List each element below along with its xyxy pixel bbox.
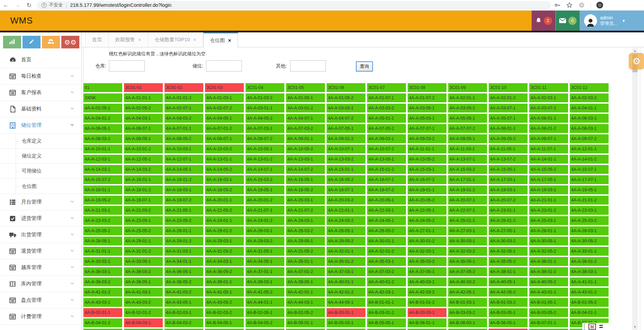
sidebar-subitem-slot-map[interactable]: 仓位图 bbox=[0, 179, 81, 194]
search-button[interactable]: 查询 bbox=[356, 61, 373, 72]
slot-cell: 4A-B-03-01-1 bbox=[327, 308, 365, 317]
slot-cell: 4A-B-02-01-2 bbox=[124, 308, 163, 317]
sidebar-item-stocktake-mgmt[interactable]: 盘点管理 bbox=[0, 292, 81, 309]
slot-input[interactable] bbox=[206, 60, 242, 72]
avatar bbox=[584, 14, 597, 27]
slot-cell: 4A-A-23-03-2 bbox=[83, 216, 122, 225]
sidebar-item-dock-mgmt[interactable]: 月台管理 bbox=[0, 194, 81, 210]
sidebar-item-crossdock-mgmt[interactable]: 越库管理 bbox=[0, 259, 81, 276]
slot-cell: 4A-A-04-03-1 bbox=[124, 114, 163, 123]
mini-widget[interactable]: M bbox=[582, 323, 618, 330]
key-icon[interactable] bbox=[554, 2, 561, 9]
address-separator: | bbox=[66, 3, 67, 8]
slot-cell: 4A-A-13-05-2 bbox=[408, 155, 446, 164]
browser-refresh-icon[interactable]: ↻ bbox=[23, 2, 35, 9]
extension-icon[interactable] bbox=[578, 2, 585, 9]
slot-cell: 4A-A-18-05-2 bbox=[286, 185, 325, 194]
notifications-button[interactable]: 2 bbox=[532, 11, 555, 31]
tab-home[interactable]: 首页 bbox=[85, 32, 109, 47]
main-scrollbar[interactable]: ▲ ▼ bbox=[632, 48, 638, 330]
slot-cell: 4A-A-15-03-1 bbox=[408, 165, 446, 174]
shortcut-tile-users[interactable] bbox=[42, 36, 60, 48]
shortcut-tile-edit[interactable] bbox=[22, 36, 41, 48]
sidebar-item-label: 盘点管理 bbox=[21, 297, 70, 303]
tab-close-icon[interactable]: ✕ bbox=[228, 38, 231, 43]
sidebar-subitem-available-slot[interactable]: 可用储位 bbox=[0, 164, 81, 179]
slot-cell: 4A-A-35-05-2 bbox=[489, 257, 528, 266]
address-bar[interactable]: i 不安全 | 218.5.177.99/wmstest/loginContro… bbox=[37, 1, 551, 9]
slot-cell: 3C01-03 bbox=[205, 83, 244, 92]
drag-handle-icon[interactable] bbox=[584, 324, 585, 330]
sidebar-item-outbound-mgmt[interactable]: 出货管理 bbox=[0, 227, 81, 243]
users-icon bbox=[47, 39, 54, 46]
sidebar-item-label: 退货管理 bbox=[21, 248, 70, 254]
sidebar-subitem-warehouse-define[interactable]: 仓库定义 bbox=[0, 134, 81, 149]
slot-cell: 4A-A-37-01-1 bbox=[246, 267, 284, 276]
slot-cell: 4A-A-14-01-2 bbox=[570, 155, 609, 164]
slot-cell: 4A-A-04-01-1 bbox=[570, 104, 609, 112]
slot-cell: 4A-A-01-01-2 bbox=[164, 93, 203, 102]
sidebar-item-label: 出货管理 bbox=[21, 231, 70, 238]
chevron-down-icon bbox=[70, 122, 75, 128]
tab-expiry-warning[interactable]: 效期预警✕ bbox=[109, 32, 148, 47]
slot-cell: 4A-B-02-03-2 bbox=[205, 308, 244, 317]
sidebar-item-label: 月台管理 bbox=[21, 199, 70, 205]
sidebar-item-inbound-mgmt[interactable]: 进货管理 bbox=[0, 210, 81, 227]
sidebar-item-daily-check[interactable]: 每日检查 bbox=[0, 68, 81, 85]
slot-cell: 4A-A-09-03-2 bbox=[408, 134, 446, 143]
sidebar-item-slot-mgmt[interactable]: 储位管理 bbox=[0, 117, 81, 134]
tab-storage-top10[interactable]: 仓储数量TOP10✕ bbox=[148, 32, 203, 47]
filter-row: 仓库: 储位: 其他: 查询 bbox=[82, 60, 644, 72]
browser-forward-icon[interactable]: → bbox=[12, 2, 23, 9]
user-menu[interactable]: admin 管理员... ▼ bbox=[580, 11, 644, 31]
shortcut-tile-stats[interactable] bbox=[3, 36, 21, 48]
truck-icon bbox=[9, 232, 16, 238]
slot-cell: 4A-A-25-05-1 bbox=[83, 226, 122, 235]
slot-cell: 4A-B-02-05-1 bbox=[246, 308, 284, 317]
slot-cell: 4A-A-03-05-1 bbox=[408, 104, 446, 112]
chevron-down-icon bbox=[70, 265, 75, 270]
bookmark-star-icon[interactable] bbox=[566, 2, 573, 9]
slot-cell: 4A-A-42-03-1 bbox=[367, 288, 406, 297]
sidebar-item-customer-report[interactable]: 客户报表 bbox=[0, 85, 81, 101]
other-input[interactable] bbox=[290, 60, 326, 72]
slot-cell: 4A-B-06-05-1 bbox=[489, 318, 528, 327]
tab-slot-map[interactable]: 仓位图✕ bbox=[203, 32, 238, 47]
tab-close-icon[interactable]: ✕ bbox=[138, 38, 141, 42]
slot-cell: 4A-A-19-01-1 bbox=[408, 185, 446, 194]
warehouse-input[interactable] bbox=[109, 60, 145, 72]
shortcut-tile-settings[interactable]: ⚙⚙ bbox=[61, 36, 79, 48]
slot-cell: 4A-A-11-07-1 bbox=[529, 145, 568, 153]
settings-fab[interactable]: ⚙ bbox=[629, 53, 644, 70]
sidebar-subitem-slot-define[interactable]: 储位定义 bbox=[0, 149, 81, 164]
sidebar-item-return-mgmt[interactable]: 退货管理 bbox=[0, 243, 81, 259]
chevron-down-icon bbox=[70, 90, 75, 95]
tab-close-icon[interactable]: ✕ bbox=[193, 38, 197, 42]
menu-bars-icon[interactable] bbox=[599, 325, 603, 328]
slot-cell: 4A-A-36-05-1 bbox=[164, 267, 203, 276]
sidebar-item-warehouse-ops[interactable]: 库内管理 bbox=[0, 276, 81, 292]
page-info-icon[interactable]: i bbox=[42, 3, 47, 8]
scroll-down-icon[interactable]: ▼ bbox=[632, 324, 638, 330]
browser-back-icon[interactable]: ← bbox=[0, 2, 12, 9]
slot-cell: 3C01-07 bbox=[367, 83, 406, 92]
slot-cell: 4A-A-16-07-2 bbox=[408, 175, 446, 184]
slot-cell: 4A-A-22-05-1 bbox=[408, 206, 446, 215]
slot-cell: 4A-A-07-07-1 bbox=[408, 124, 446, 133]
slot-cell: 4A-B-05-01-1 bbox=[286, 318, 325, 327]
slot-cell: 4A-A-26-05-2 bbox=[367, 226, 406, 235]
m-widget-label[interactable]: M bbox=[588, 324, 596, 330]
sidebar-nav: 首页每日检查客户报表基础资料储位管理仓库定义储位定义可用储位仓位图月台管理进货管… bbox=[0, 52, 81, 325]
slot-cell: 4A-A-15-07-2 bbox=[83, 175, 122, 184]
slot-cell: 4A-A-42-05-2 bbox=[489, 288, 528, 297]
sidebar-item-base-data[interactable]: 基础资料 bbox=[0, 101, 81, 117]
slot-cell: 4A-A-14-01-1 bbox=[529, 155, 568, 164]
browser-profile-icon[interactable]: ☺ bbox=[596, 2, 603, 9]
slot-cell: 4A-B-05-03-1 bbox=[327, 318, 365, 327]
messages-button[interactable]: 0 bbox=[556, 11, 580, 31]
slot-cell: 4A-A-14-05-1 bbox=[164, 165, 203, 174]
sidebar-item-billing-mgmt[interactable]: 计费管理 bbox=[0, 309, 81, 325]
slot-cell: 4A-A-17-01-1 bbox=[448, 175, 487, 184]
sidebar-item-home[interactable]: 首页 bbox=[0, 52, 81, 68]
slot-cell: 4A-A-30-03-1 bbox=[448, 237, 487, 245]
